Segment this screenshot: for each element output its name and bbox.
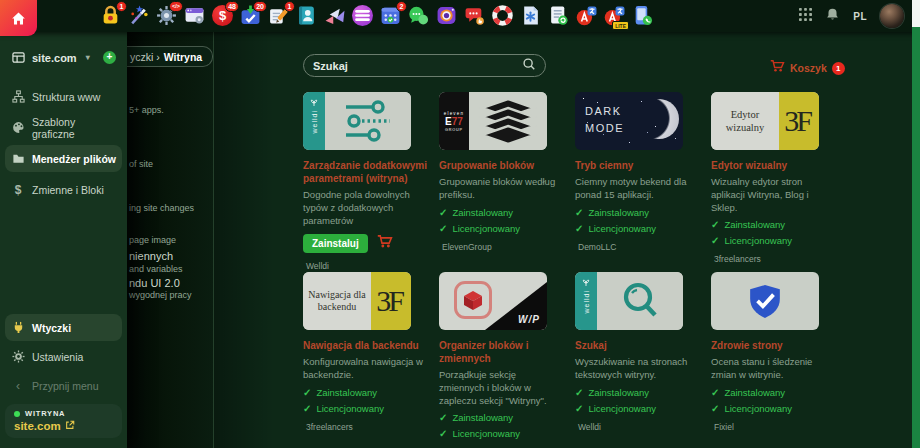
- plugin-card: Zdrowie strony Ocena stanu i śledzenie z…: [711, 272, 836, 448]
- app-icon-menu-circle[interactable]: [352, 5, 373, 27]
- plugin-title[interactable]: Szukaj: [575, 339, 700, 352]
- licensed-status: Licencjonowany: [303, 403, 428, 414]
- licensed-status: Licencjonowany: [711, 235, 836, 246]
- welldi-band: welldi: [575, 272, 597, 330]
- search-input[interactable]: [313, 60, 522, 72]
- check-icon: [575, 387, 583, 398]
- notification-badge: 1: [116, 1, 127, 12]
- 3f-logo: 3F: [371, 272, 411, 330]
- app-icon-tablet-call[interactable]: [632, 5, 653, 27]
- app-icon-sales[interactable]: $ 48: [212, 5, 233, 27]
- site-selector[interactable]: site.com ▾: [5, 44, 122, 71]
- sidebar-item-label: Zmienne i Bloki: [32, 184, 104, 196]
- plugin-title[interactable]: Zdrowie strony: [711, 339, 836, 352]
- add-to-cart-icon[interactable]: [377, 234, 393, 253]
- app-icon-notes-edit[interactable]: 1: [268, 5, 289, 27]
- app-icon-browser-settings[interactable]: [184, 5, 205, 27]
- panel-text-fragment: 5+ apps.: [129, 105, 164, 115]
- app-icon-settings-code[interactable]: </>: [156, 5, 177, 27]
- app-icon-send-planes[interactable]: [324, 5, 345, 27]
- sidebar-item-menedzer-plikow[interactable]: Menedżer plików: [5, 145, 122, 172]
- app-icon-inbox-download[interactable]: 20: [240, 5, 261, 27]
- sidebar-item-przypnij-menu[interactable]: ‹ Przypnij menu: [5, 372, 122, 399]
- plugin-title[interactable]: Edytor wizualny: [711, 159, 836, 172]
- site-domain-link[interactable]: site.com: [14, 420, 61, 432]
- plugin-thumbnail[interactable]: welldi: [575, 272, 683, 330]
- search-box[interactable]: [303, 54, 546, 77]
- check-icon: [439, 207, 447, 218]
- plugin-thumbnail[interactable]: eleven E77 GROUP: [439, 92, 547, 150]
- plugin-title[interactable]: Nawigacja dla backendu: [303, 339, 428, 352]
- plugin-thumbnail[interactable]: Nawigacja dla backendu 3F: [303, 272, 411, 330]
- plugin-thumbnail[interactable]: welldi: [303, 92, 411, 150]
- plugin-title[interactable]: Zarządzanie dodatkowymi parametrami (wit…: [303, 159, 428, 185]
- app-icon-chat[interactable]: [408, 5, 429, 27]
- app-icon-support-lifebuoy[interactable]: [492, 5, 513, 27]
- plugin-title[interactable]: Organizer bloków i zmiennych: [439, 339, 564, 365]
- user-avatar[interactable]: [880, 4, 904, 28]
- breadcrumb-current: Witryna: [164, 51, 202, 63]
- app-icon-translator[interactable]: [576, 5, 597, 27]
- notification-badge: </>: [169, 1, 183, 12]
- installed-status: Zainstalowany: [303, 387, 428, 398]
- plugin-card: Edytor wizualny 3F Edytor wizualny Wizua…: [711, 92, 836, 272]
- plugin-thumbnail[interactable]: W/P: [439, 272, 547, 330]
- check-icon: [439, 428, 447, 439]
- app-icon-calendar-tasks[interactable]: 2: [380, 5, 401, 27]
- bell-icon[interactable]: [825, 7, 840, 26]
- plugin-thumbnail[interactable]: [711, 272, 819, 330]
- app-launcher-row: 1 </> $ 48 20: [100, 5, 653, 27]
- sidebar-item-zmienne-i-bloki[interactable]: $ Zmienne i Bloki: [5, 176, 122, 203]
- folder-icon: [11, 152, 25, 166]
- plugin-vendor: 3freelancers: [303, 422, 428, 432]
- app-icon-contacts[interactable]: [296, 5, 317, 27]
- plugin-title[interactable]: Grupowanie bloków: [439, 159, 564, 172]
- plugin-thumbnail[interactable]: DARK MODE: [575, 92, 683, 150]
- topbar: 1 </> $ 48 20: [0, 0, 920, 32]
- plugin-thumbnail[interactable]: Edytor wizualny 3F: [711, 92, 819, 150]
- app-icon-translator-lite[interactable]: LITE: [604, 5, 625, 27]
- apps-grid-icon[interactable]: [799, 7, 812, 25]
- sidebar-item-label: Szablony graficzne: [32, 116, 116, 140]
- background-panel: yczki › Witryna 5+ apps. of site ing sit…: [127, 32, 213, 448]
- app-icon-magic-wand[interactable]: [128, 5, 149, 27]
- language-switch[interactable]: PL: [853, 11, 867, 22]
- plugin-vendor: 3freelancers: [711, 254, 836, 264]
- sidebar-item-ustawienia[interactable]: Ustawienia: [5, 343, 122, 370]
- licensed-status: Licencjonowany: [711, 403, 836, 414]
- breadcrumb-fragment: yczki ›: [130, 51, 160, 63]
- brand-text: 77: [452, 116, 463, 127]
- add-site-button[interactable]: [103, 51, 116, 64]
- scrollbar-thumb[interactable]: [912, 0, 920, 27]
- plugin-vendor: ElevenGroup: [439, 242, 564, 252]
- breadcrumb[interactable]: yczki › Witryna: [127, 46, 213, 67]
- panel-text-fragment: and variables: [129, 264, 183, 274]
- topbar-right-controls: PL: [799, 0, 904, 32]
- check-icon: [303, 403, 311, 414]
- cart-button[interactable]: Koszyk 1: [770, 59, 845, 77]
- plugin-vendor: Welldi: [303, 261, 428, 271]
- sidebar-item-szablony-graficzne[interactable]: Szablony graficzne: [5, 114, 122, 141]
- panel-text-fragment: wygodnej pracy: [129, 290, 192, 300]
- chevron-down-icon[interactable]: ▾: [86, 53, 90, 62]
- thumbnail-label: Edytor wizualny: [711, 92, 779, 150]
- notification-badge: 48: [225, 1, 239, 12]
- plugin-title[interactable]: Tryb ciemny: [575, 159, 700, 172]
- install-button[interactable]: Zainstaluj: [303, 234, 368, 253]
- app-icon-password-lock[interactable]: 1: [100, 5, 121, 27]
- plugin-card: welldi Szukaj Wyszukiwanie na stronach t…: [575, 272, 700, 448]
- home-button[interactable]: [0, 0, 37, 36]
- app-icon-camera[interactable]: [436, 5, 457, 27]
- app-icon-doc-snowflake[interactable]: [520, 5, 541, 27]
- plugin-card: eleven E77 GROUP Grupowanie bloków Grupo…: [439, 92, 564, 272]
- check-icon: [711, 235, 719, 246]
- app-icon-feedback[interactable]: [464, 5, 485, 27]
- external-link-icon: [65, 420, 75, 432]
- sidebar-item-struktura-www[interactable]: Struktura www: [5, 83, 122, 110]
- sidebar-item-wtyczki[interactable]: Wtyczki: [5, 314, 122, 341]
- plugin-card: Nawigacja dla backendu 3F Nawigacja dla …: [303, 272, 428, 448]
- page-scrollbar[interactable]: [912, 0, 920, 448]
- app-icon-doc-restore[interactable]: [548, 5, 569, 27]
- licensed-status: Licencjonowany: [575, 223, 700, 234]
- current-site-card[interactable]: WITRYNA site.com: [5, 404, 122, 438]
